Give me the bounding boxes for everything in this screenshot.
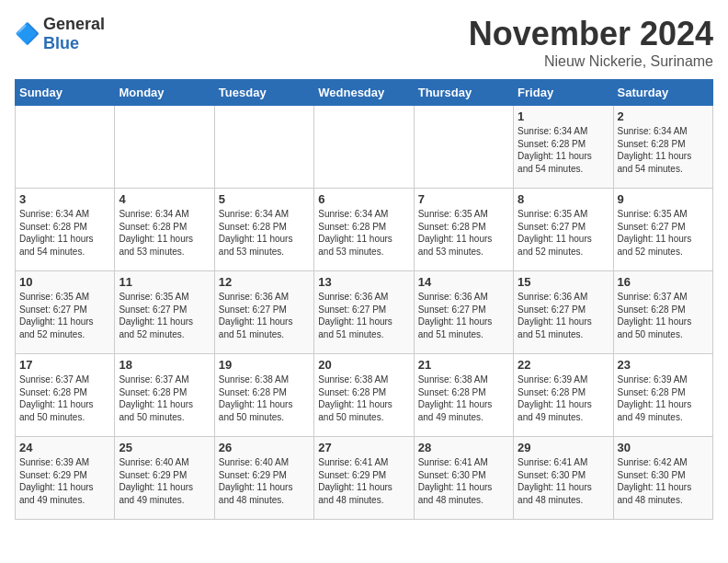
day-detail: Sunrise: 6:39 AM Sunset: 6:28 PM Dayligh… xyxy=(518,373,609,423)
day-detail: Sunrise: 6:34 AM Sunset: 6:28 PM Dayligh… xyxy=(119,208,210,258)
week-row-3: 10Sunrise: 6:35 AM Sunset: 6:27 PM Dayli… xyxy=(16,271,713,354)
calendar-cell: 17Sunrise: 6:37 AM Sunset: 6:28 PM Dayli… xyxy=(16,354,115,437)
day-detail: Sunrise: 6:34 AM Sunset: 6:28 PM Dayligh… xyxy=(219,208,310,258)
calendar-cell: 18Sunrise: 6:37 AM Sunset: 6:28 PM Dayli… xyxy=(115,354,214,437)
day-number: 13 xyxy=(318,275,409,289)
calendar-cell xyxy=(115,106,214,189)
day-number: 23 xyxy=(618,358,709,372)
day-number: 17 xyxy=(19,358,110,372)
day-detail: Sunrise: 6:38 AM Sunset: 6:28 PM Dayligh… xyxy=(318,373,409,423)
day-detail: Sunrise: 6:42 AM Sunset: 6:30 PM Dayligh… xyxy=(618,456,709,506)
logo-blue-text: Blue xyxy=(43,34,79,52)
day-number: 1 xyxy=(518,109,609,123)
day-number: 4 xyxy=(119,192,210,206)
day-detail: Sunrise: 6:34 AM Sunset: 6:28 PM Dayligh… xyxy=(518,125,609,175)
day-number: 11 xyxy=(119,275,210,289)
day-header-thursday: Thursday xyxy=(414,80,513,106)
day-detail: Sunrise: 6:40 AM Sunset: 6:29 PM Dayligh… xyxy=(219,456,310,506)
day-detail: Sunrise: 6:36 AM Sunset: 6:27 PM Dayligh… xyxy=(418,291,509,340)
day-detail: Sunrise: 6:37 AM Sunset: 6:28 PM Dayligh… xyxy=(119,373,210,423)
day-header-wednesday: Wednesday xyxy=(314,80,414,106)
calendar-cell: 20Sunrise: 6:38 AM Sunset: 6:28 PM Dayli… xyxy=(314,354,414,437)
day-number: 24 xyxy=(19,441,110,454)
calendar-cell: 8Sunrise: 6:35 AM Sunset: 6:27 PM Daylig… xyxy=(514,189,613,271)
calendar-cell: 25Sunrise: 6:40 AM Sunset: 6:29 PM Dayli… xyxy=(115,437,214,520)
logo-bird-icon: 🔷 xyxy=(15,22,40,46)
calendar-table: SundayMondayTuesdayWednesdayThursdayFrid… xyxy=(15,79,713,520)
day-number: 26 xyxy=(219,441,310,454)
day-detail: Sunrise: 6:39 AM Sunset: 6:29 PM Dayligh… xyxy=(19,456,110,506)
day-number: 9 xyxy=(618,192,709,206)
calendar-title: November 2024 xyxy=(469,15,713,53)
calendar-cell: 22Sunrise: 6:39 AM Sunset: 6:28 PM Dayli… xyxy=(514,354,613,437)
calendar-cell xyxy=(414,106,513,189)
calendar-cell: 12Sunrise: 6:36 AM Sunset: 6:27 PM Dayli… xyxy=(214,271,313,354)
calendar-cell: 30Sunrise: 6:42 AM Sunset: 6:30 PM Dayli… xyxy=(613,437,712,520)
day-detail: Sunrise: 6:36 AM Sunset: 6:27 PM Dayligh… xyxy=(518,291,609,340)
day-detail: Sunrise: 6:35 AM Sunset: 6:27 PM Dayligh… xyxy=(618,208,709,258)
day-header-monday: Monday xyxy=(115,80,214,106)
day-number: 22 xyxy=(518,358,609,372)
day-detail: Sunrise: 6:37 AM Sunset: 6:28 PM Dayligh… xyxy=(618,291,709,340)
logo: 🔷 General Blue xyxy=(15,15,105,53)
week-row-4: 17Sunrise: 6:37 AM Sunset: 6:28 PM Dayli… xyxy=(16,354,713,437)
day-number: 12 xyxy=(219,275,310,289)
calendar-cell: 23Sunrise: 6:39 AM Sunset: 6:28 PM Dayli… xyxy=(613,354,712,437)
day-detail: Sunrise: 6:39 AM Sunset: 6:28 PM Dayligh… xyxy=(618,373,709,423)
logo-general-text: General xyxy=(43,15,105,33)
day-detail: Sunrise: 6:36 AM Sunset: 6:27 PM Dayligh… xyxy=(318,291,409,340)
day-number: 21 xyxy=(418,358,509,372)
week-row-2: 3Sunrise: 6:34 AM Sunset: 6:28 PM Daylig… xyxy=(16,189,713,271)
day-number: 27 xyxy=(318,441,409,454)
day-number: 3 xyxy=(19,192,110,206)
day-number: 15 xyxy=(518,275,609,289)
calendar-cell: 2Sunrise: 6:34 AM Sunset: 6:28 PM Daylig… xyxy=(613,106,712,189)
day-number: 18 xyxy=(119,358,210,372)
day-detail: Sunrise: 6:41 AM Sunset: 6:30 PM Dayligh… xyxy=(418,456,509,506)
calendar-cell: 6Sunrise: 6:34 AM Sunset: 6:28 PM Daylig… xyxy=(314,189,414,271)
day-detail: Sunrise: 6:41 AM Sunset: 6:30 PM Dayligh… xyxy=(518,456,609,506)
calendar-cell xyxy=(314,106,414,189)
calendar-cell: 4Sunrise: 6:34 AM Sunset: 6:28 PM Daylig… xyxy=(115,189,214,271)
day-number: 20 xyxy=(318,358,409,372)
week-row-1: 1Sunrise: 6:34 AM Sunset: 6:28 PM Daylig… xyxy=(16,106,713,189)
calendar-cell: 28Sunrise: 6:41 AM Sunset: 6:30 PM Dayli… xyxy=(414,437,513,520)
day-detail: Sunrise: 6:34 AM Sunset: 6:28 PM Dayligh… xyxy=(618,125,709,175)
day-detail: Sunrise: 6:37 AM Sunset: 6:28 PM Dayligh… xyxy=(19,373,110,423)
calendar-cell: 5Sunrise: 6:34 AM Sunset: 6:28 PM Daylig… xyxy=(214,189,313,271)
day-detail: Sunrise: 6:34 AM Sunset: 6:28 PM Dayligh… xyxy=(318,208,409,258)
day-number: 10 xyxy=(19,275,110,289)
day-number: 5 xyxy=(219,192,310,206)
day-number: 6 xyxy=(318,192,409,206)
calendar-cell: 14Sunrise: 6:36 AM Sunset: 6:27 PM Dayli… xyxy=(414,271,513,354)
calendar-cell: 9Sunrise: 6:35 AM Sunset: 6:27 PM Daylig… xyxy=(613,189,712,271)
day-header-sunday: Sunday xyxy=(16,80,115,106)
calendar-cell xyxy=(214,106,313,189)
day-detail: Sunrise: 6:35 AM Sunset: 6:28 PM Dayligh… xyxy=(418,208,509,258)
day-detail: Sunrise: 6:36 AM Sunset: 6:27 PM Dayligh… xyxy=(219,291,310,340)
week-row-5: 24Sunrise: 6:39 AM Sunset: 6:29 PM Dayli… xyxy=(16,437,713,520)
calendar-cell: 1Sunrise: 6:34 AM Sunset: 6:28 PM Daylig… xyxy=(514,106,613,189)
day-number: 28 xyxy=(418,441,509,454)
calendar-cell: 7Sunrise: 6:35 AM Sunset: 6:28 PM Daylig… xyxy=(414,189,513,271)
day-detail: Sunrise: 6:41 AM Sunset: 6:29 PM Dayligh… xyxy=(318,456,409,506)
day-number: 14 xyxy=(418,275,509,289)
calendar-cell: 27Sunrise: 6:41 AM Sunset: 6:29 PM Dayli… xyxy=(314,437,414,520)
day-detail: Sunrise: 6:40 AM Sunset: 6:29 PM Dayligh… xyxy=(119,456,210,506)
day-detail: Sunrise: 6:35 AM Sunset: 6:27 PM Dayligh… xyxy=(518,208,609,258)
calendar-cell: 15Sunrise: 6:36 AM Sunset: 6:27 PM Dayli… xyxy=(514,271,613,354)
day-number: 29 xyxy=(518,441,609,454)
day-detail: Sunrise: 6:34 AM Sunset: 6:28 PM Dayligh… xyxy=(19,208,110,258)
calendar-subtitle: Nieuw Nickerie, Suriname xyxy=(469,53,713,70)
calendar-cell: 11Sunrise: 6:35 AM Sunset: 6:27 PM Dayli… xyxy=(115,271,214,354)
day-number: 8 xyxy=(518,192,609,206)
calendar-cell: 29Sunrise: 6:41 AM Sunset: 6:30 PM Dayli… xyxy=(514,437,613,520)
day-detail: Sunrise: 6:35 AM Sunset: 6:27 PM Dayligh… xyxy=(19,291,110,340)
calendar-cell: 26Sunrise: 6:40 AM Sunset: 6:29 PM Dayli… xyxy=(214,437,313,520)
calendar-cell: 19Sunrise: 6:38 AM Sunset: 6:28 PM Dayli… xyxy=(214,354,313,437)
calendar-header-row: SundayMondayTuesdayWednesdayThursdayFrid… xyxy=(16,80,713,106)
calendar-cell: 3Sunrise: 6:34 AM Sunset: 6:28 PM Daylig… xyxy=(16,189,115,271)
calendar-cell: 16Sunrise: 6:37 AM Sunset: 6:28 PM Dayli… xyxy=(613,271,712,354)
calendar-cell: 13Sunrise: 6:36 AM Sunset: 6:27 PM Dayli… xyxy=(314,271,414,354)
day-header-saturday: Saturday xyxy=(613,80,712,106)
